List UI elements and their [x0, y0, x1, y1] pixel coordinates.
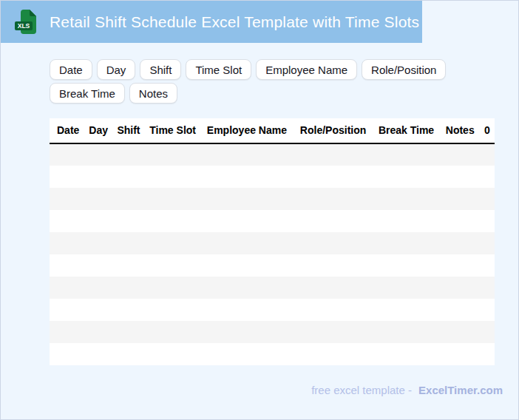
table-row: [50, 299, 495, 321]
table-cell: [85, 321, 113, 343]
chip-shift[interactable]: Shift: [140, 59, 181, 80]
table-cell: [85, 343, 113, 365]
table-cell: [50, 321, 85, 343]
table-cell: [146, 188, 203, 210]
table-row: [50, 277, 495, 299]
table-cell: [113, 188, 146, 210]
table-cell: [146, 321, 203, 343]
table-cell: [146, 166, 203, 188]
chip-employee-name[interactable]: Employee Name: [256, 59, 357, 80]
table-cell: [375, 299, 442, 321]
table-cell: [375, 188, 442, 210]
chip-row: DateDayShiftTime SlotEmployee NameRole/P…: [50, 59, 496, 104]
table-cell: [442, 277, 481, 299]
table-cell: [296, 210, 375, 232]
column-header: Employee Name: [203, 118, 296, 143]
table-cell: [375, 321, 442, 343]
table-cell: [442, 254, 481, 277]
chip-date[interactable]: Date: [50, 59, 92, 80]
table-cell: [442, 210, 481, 232]
table-body: [50, 143, 495, 365]
table-cell: [113, 277, 146, 299]
table-row: [50, 166, 495, 188]
table-cell: [203, 299, 296, 321]
table-cell: [50, 232, 85, 254]
column-header: Role/Position: [296, 118, 375, 143]
table-cell: [146, 299, 203, 321]
table-cell: [203, 343, 296, 365]
table-cell: [296, 143, 375, 166]
table-cell: [113, 299, 146, 321]
table-cell: [50, 188, 85, 210]
chip-break-time[interactable]: Break Time: [50, 83, 125, 104]
table-row: [50, 188, 495, 210]
table-cell: [50, 299, 85, 321]
table-cell: [146, 343, 203, 365]
table-cell: [113, 232, 146, 254]
schedule-table: DateDayShiftTime SlotEmployee NameRole/P…: [50, 118, 495, 365]
table-cell: [203, 321, 296, 343]
svg-text:XLS: XLS: [18, 22, 30, 30]
table-cell: [375, 277, 442, 299]
table-cell: [442, 143, 481, 166]
table-cell: [146, 277, 203, 299]
chip-time-slot[interactable]: Time Slot: [186, 59, 251, 80]
header-bar: XLS Retail Shift Schedule Excel Template…: [1, 1, 422, 43]
table-cell: [442, 299, 481, 321]
table-cell: [146, 210, 203, 232]
table-cell: [85, 232, 113, 254]
table-cell: [203, 166, 296, 188]
table-cell: [113, 254, 146, 277]
table-cell: [481, 232, 495, 254]
table-cell: [481, 321, 495, 343]
table-cell: [50, 166, 85, 188]
table-cell: [85, 277, 113, 299]
footer-brand-link[interactable]: ExcelTimer.com: [418, 384, 503, 396]
table-row: [50, 343, 495, 365]
table-cell: [203, 210, 296, 232]
table-cell: [50, 343, 85, 365]
table-cell: [375, 143, 442, 166]
table-cell: [481, 210, 495, 232]
table-row: [50, 321, 495, 343]
footer: free excel template -ExcelTimer.com: [311, 384, 503, 396]
table-cell: [296, 299, 375, 321]
table-cell: [296, 166, 375, 188]
table-cell: [203, 143, 296, 166]
table-cell: [85, 210, 113, 232]
table-cell: [85, 299, 113, 321]
column-header: Shift: [113, 118, 146, 143]
column-header: Break Time: [375, 118, 442, 143]
table-cell: [85, 143, 113, 166]
chip-role-position[interactable]: Role/Position: [362, 59, 446, 80]
table-cell: [203, 254, 296, 277]
chip-notes[interactable]: Notes: [129, 83, 177, 104]
page: XLS Retail Shift Schedule Excel Template…: [0, 0, 519, 420]
table-header-row: DateDayShiftTime SlotEmployee NameRole/P…: [50, 118, 495, 143]
table-cell: [442, 188, 481, 210]
chip-day[interactable]: Day: [97, 59, 136, 80]
table-cell: [113, 343, 146, 365]
table-cell: [50, 143, 85, 166]
table-cell: [375, 343, 442, 365]
table-cell: [203, 188, 296, 210]
table-cell: [375, 166, 442, 188]
table-cell: [85, 188, 113, 210]
table-cell: [442, 166, 481, 188]
table-cell: [481, 254, 495, 277]
table-cell: [203, 232, 296, 254]
table-cell: [442, 232, 481, 254]
column-header: Time Slot: [146, 118, 203, 143]
table-cell: [50, 277, 85, 299]
xls-file-icon: XLS: [13, 8, 38, 36]
table-cell: [481, 299, 495, 321]
table-cell: [203, 277, 296, 299]
page-title: Retail Shift Schedule Excel Template wit…: [50, 13, 419, 31]
table-cell: [50, 210, 85, 232]
table-cell: [296, 232, 375, 254]
table-cell: [375, 210, 442, 232]
table-cell: [481, 166, 495, 188]
column-header: Day: [85, 118, 113, 143]
column-header: Notes: [442, 118, 481, 143]
table-cell: [146, 254, 203, 277]
